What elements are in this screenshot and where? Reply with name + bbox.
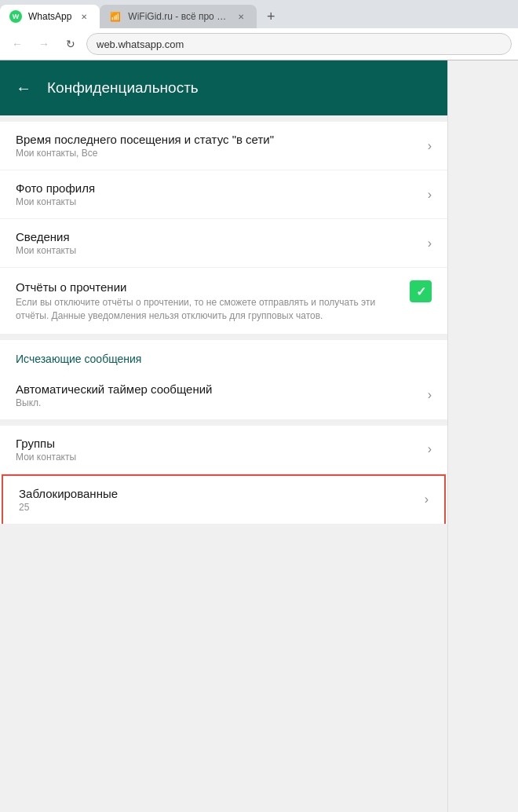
tab-whatsapp-title: WhatsApp — [28, 11, 71, 22]
groups-chevron: › — [428, 442, 432, 456]
tab-whatsapp[interactable]: W WhatsApp ✕ — [0, 5, 100, 28]
tab-wifigid[interactable]: 📶 WiFiGid.ru - всё про WiFi и бесп... ✕ — [100, 5, 257, 28]
back-arrow-icon[interactable]: ← — [16, 79, 31, 97]
groups-content: Группы Мои контакты — [16, 437, 420, 463]
address-input[interactable] — [86, 33, 512, 55]
checkmark-icon: ✓ — [416, 284, 426, 299]
right-panel — [447, 60, 518, 812]
info-content: Сведения Мои контакты — [16, 230, 420, 256]
info-title: Сведения — [16, 230, 420, 243]
privacy-header: ← Конфиденциальность — [0, 60, 447, 115]
last-seen-content: Время последнего посещения и статус "в с… — [16, 133, 420, 159]
last-seen-item[interactable]: Время последнего посещения и статус "в с… — [0, 122, 447, 170]
groups-item[interactable]: Группы Мои контакты › — [0, 426, 447, 474]
read-receipts-checkbox[interactable]: ✓ — [410, 280, 432, 302]
info-item[interactable]: Сведения Мои контакты › — [0, 219, 447, 268]
address-bar: ← → ↻ — [0, 28, 518, 60]
groups-title: Группы — [16, 437, 420, 450]
visibility-section: Время последнего посещения и статус "в с… — [0, 122, 447, 334]
disappearing-header: Исчезающие сообщения — [0, 340, 447, 371]
new-tab-button[interactable]: + — [260, 5, 282, 27]
browser-chrome: W WhatsApp ✕ 📶 WiFiGid.ru - всё про WiFi… — [0, 0, 518, 60]
auto-timer-chevron: › — [428, 388, 432, 402]
settings-body: Время последнего посещения и статус "в с… — [0, 115, 447, 812]
back-button[interactable]: ← — [6, 33, 28, 55]
profile-photo-title: Фото профиля — [16, 181, 420, 195]
auto-timer-content: Автоматический таймер сообщений Выкл. — [16, 382, 420, 408]
profile-photo-content: Фото профиля Мои контакты — [16, 181, 420, 207]
groups-subtitle: Мои контакты — [16, 452, 420, 463]
read-receipts-content: Отчёты о прочтении Если вы отключите отч… — [16, 280, 402, 323]
tab-wifigid-title: WiFiGid.ru - всё про WiFi и бесп... — [128, 11, 228, 22]
tab-whatsapp-close[interactable]: ✕ — [78, 10, 90, 23]
profile-photo-subtitle: Мои контакты — [16, 196, 420, 207]
blocked-subtitle: 25 — [19, 502, 417, 513]
last-seen-title: Время последнего посещения и статус "в с… — [16, 133, 420, 146]
blocked-content: Заблокированные 25 — [19, 487, 417, 513]
wifigid-favicon: 📶 — [109, 10, 122, 23]
blocked-item[interactable]: Заблокированные 25 › ↓ — [2, 474, 446, 524]
privacy-page-title: Конфиденциальность — [47, 79, 199, 97]
profile-photo-chevron: › — [428, 188, 432, 202]
groups-blocked-section: Группы Мои контакты › Заблокированные 25… — [0, 426, 447, 524]
blocked-title: Заблокированные — [19, 487, 417, 500]
read-receipts-description: Если вы отключите отчёты о прочтении, то… — [16, 296, 402, 323]
reload-button[interactable]: ↻ — [60, 33, 82, 55]
forward-button[interactable]: → — [33, 33, 55, 55]
last-seen-subtitle: Мои контакты, Все — [16, 148, 420, 159]
info-chevron: › — [428, 236, 432, 251]
auto-timer-subtitle: Выкл. — [16, 397, 420, 408]
tab-bar: W WhatsApp ✕ 📶 WiFiGid.ru - всё про WiFi… — [0, 0, 518, 28]
whatsapp-panel: ← Конфиденциальность Время последнего по… — [0, 60, 447, 812]
profile-photo-item[interactable]: Фото профиля Мои контакты › — [0, 170, 447, 219]
blocked-chevron: › — [425, 492, 429, 507]
whatsapp-favicon: W — [9, 10, 22, 23]
auto-timer-title: Автоматический таймер сообщений — [16, 382, 420, 396]
page-content: ← Конфиденциальность Время последнего по… — [0, 60, 518, 812]
last-seen-chevron: › — [428, 139, 432, 153]
read-receipts-title: Отчёты о прочтении — [16, 280, 402, 294]
disappearing-section: Исчезающие сообщения Автоматический тайм… — [0, 340, 447, 419]
tab-wifigid-close[interactable]: ✕ — [235, 10, 247, 23]
auto-timer-item[interactable]: Автоматический таймер сообщений Выкл. › — [0, 371, 447, 419]
read-receipts-item[interactable]: Отчёты о прочтении Если вы отключите отч… — [0, 268, 447, 334]
info-subtitle: Мои контакты — [16, 245, 420, 256]
